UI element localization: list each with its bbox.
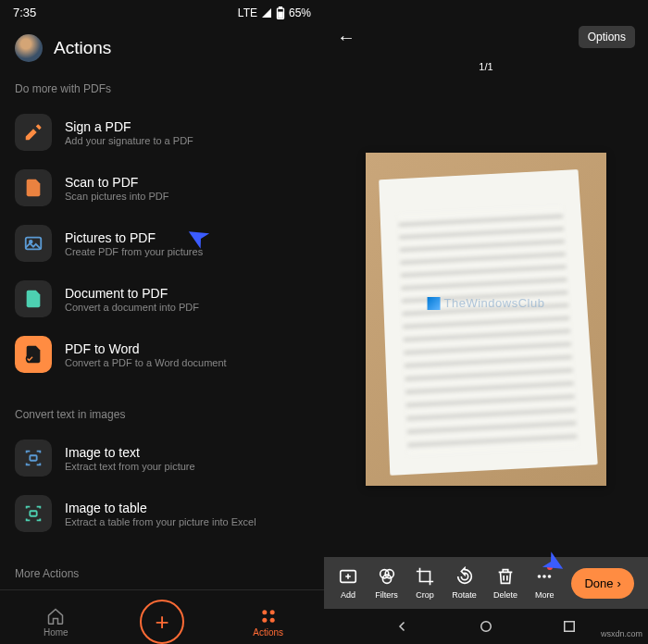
nav-label: Actions xyxy=(253,627,283,638)
fab-add[interactable]: + xyxy=(140,600,184,644)
svg-point-8 xyxy=(262,610,267,614)
options-button[interactable]: Options xyxy=(579,26,635,48)
tool-crop[interactable]: Crop xyxy=(415,566,435,600)
scanned-image xyxy=(366,153,606,486)
tool-label: Filters xyxy=(375,590,398,600)
action-subtitle: Convert a document into PDF xyxy=(65,302,199,313)
home-icon xyxy=(46,607,65,625)
svg-rect-1 xyxy=(280,6,282,7)
action-doc-pdf[interactable]: Document to PDF Convert a document into … xyxy=(0,271,324,327)
svg-rect-6 xyxy=(30,455,36,461)
battery-icon xyxy=(276,6,285,19)
section-header-more: More Actions xyxy=(0,556,324,589)
home-nav-icon[interactable] xyxy=(478,618,494,635)
credit: wsxdn.com xyxy=(601,629,642,638)
action-image-text[interactable]: Image to text Extract text from your pic… xyxy=(0,430,324,486)
action-sign-pdf[interactable]: Sign a PDF Add your signature to a PDF xyxy=(0,105,324,160)
watermark: TheWindowsClub xyxy=(428,296,545,310)
done-label: Done xyxy=(584,576,613,590)
image-text-icon xyxy=(15,440,52,477)
page-counter: 1/1 xyxy=(324,57,648,81)
action-subtitle: Add your signature to a PDF xyxy=(65,135,193,146)
tool-label: Crop xyxy=(416,590,434,600)
svg-point-11 xyxy=(269,617,274,622)
tool-label: Rotate xyxy=(452,590,477,600)
action-scan-pdf[interactable]: Scan to PDF Scan pictures into PDF xyxy=(0,160,324,216)
tool-delete[interactable]: Delete xyxy=(493,566,517,600)
action-subtitle: Extract text from your picture xyxy=(65,461,195,472)
crop-icon xyxy=(415,566,435,587)
tool-label: Add xyxy=(341,590,355,600)
section-header-images: Convert text in images xyxy=(0,397,324,430)
tool-add[interactable]: Add xyxy=(338,566,358,600)
pdf-word-icon xyxy=(15,336,52,373)
bottom-nav: Home + Actions xyxy=(0,589,324,644)
svg-rect-22 xyxy=(565,622,575,632)
svg-point-10 xyxy=(262,617,267,622)
action-subtitle: Scan pictures into PDF xyxy=(65,191,169,202)
chevron-right-icon: › xyxy=(617,576,621,590)
recent-icon[interactable] xyxy=(561,618,578,635)
action-pdf-word[interactable]: PDF to Word Convert a PDF to a Word docu… xyxy=(0,327,324,382)
svg-rect-2 xyxy=(279,12,282,18)
action-title: Image to text xyxy=(65,445,195,460)
actions-icon xyxy=(259,607,278,625)
preview-header: ← Options xyxy=(324,17,648,57)
action-title: Sign a PDF xyxy=(65,119,193,134)
avatar[interactable] xyxy=(15,34,43,62)
right-phone-screen: TheWindowsClub ← Options 1/1 Add Filters… xyxy=(324,0,648,644)
scan-icon xyxy=(15,169,52,206)
edit-toolbar: Add Filters Crop Rotate Delete More Done… xyxy=(324,557,648,609)
svg-point-17 xyxy=(382,575,391,583)
status-time: 7:35 xyxy=(13,6,36,19)
add-icon xyxy=(338,566,358,587)
status-network: LTE xyxy=(238,6,257,19)
action-title: Image to table xyxy=(65,501,256,515)
tool-label: More xyxy=(535,590,555,600)
svg-point-16 xyxy=(385,570,393,578)
action-title: Scan to PDF xyxy=(65,175,169,190)
tool-filters[interactable]: Filters xyxy=(375,566,398,600)
status-bar: 7:35 LTE 65% xyxy=(0,0,324,25)
svg-point-21 xyxy=(481,622,492,632)
android-nav xyxy=(324,609,648,644)
action-subtitle: Extract a table from your picture into E… xyxy=(65,516,256,527)
nav-label: Home xyxy=(44,627,69,638)
tool-label: Delete xyxy=(493,590,517,600)
tool-rotate[interactable]: Rotate xyxy=(452,566,477,600)
section-header-pdfs: Do more with PDFs xyxy=(0,71,324,105)
svg-point-9 xyxy=(269,610,274,614)
delete-icon xyxy=(495,566,516,587)
action-subtitle: Convert a PDF to a Word document xyxy=(65,357,227,368)
svg-rect-7 xyxy=(30,511,36,516)
back-icon[interactable] xyxy=(394,618,411,635)
pictures-icon xyxy=(15,225,52,262)
left-phone-screen: 7:35 LTE 65% Actions Do more with PDFs S… xyxy=(0,0,324,644)
action-image-table[interactable]: Image to table Extract a table from your… xyxy=(0,486,324,541)
done-button[interactable]: Done › xyxy=(571,568,633,599)
filters-icon xyxy=(377,566,397,587)
nav-home[interactable]: Home xyxy=(28,607,83,638)
svg-point-18 xyxy=(538,575,542,578)
document-icon xyxy=(15,280,52,317)
image-table-icon xyxy=(15,495,52,532)
action-title: Document to PDF xyxy=(65,286,199,301)
nav-actions[interactable]: Actions xyxy=(241,607,296,638)
sign-icon xyxy=(15,114,52,151)
rotate-icon xyxy=(455,566,475,587)
action-title: PDF to Word xyxy=(65,341,227,356)
page-header: Actions xyxy=(0,25,324,71)
status-battery: 65% xyxy=(289,6,311,19)
status-bar xyxy=(324,0,648,17)
action-pictures-pdf[interactable]: Pictures to PDF Create PDF from your pic… xyxy=(0,216,324,271)
page-title: Actions xyxy=(54,38,111,58)
back-button[interactable]: ← xyxy=(337,27,355,48)
signal-icon xyxy=(261,7,272,19)
preview-area[interactable] xyxy=(324,81,648,557)
